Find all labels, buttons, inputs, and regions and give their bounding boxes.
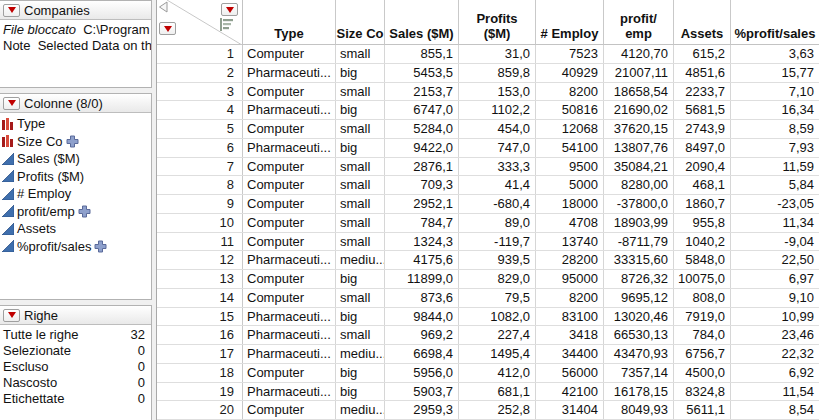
table-cell[interactable]: 83100 bbox=[536, 308, 604, 326]
table-cell[interactable]: 11,54 bbox=[731, 383, 819, 401]
table-cell[interactable]: big bbox=[336, 64, 385, 82]
table-cell[interactable]: -37800,0 bbox=[604, 195, 674, 213]
table-cell[interactable]: 79,5 bbox=[459, 289, 536, 307]
table-cell[interactable]: 4708 bbox=[536, 214, 604, 232]
table-cell[interactable]: 227,4 bbox=[459, 326, 536, 344]
table-cell[interactable]: 412,0 bbox=[459, 364, 536, 382]
table-cell[interactable]: 1102,2 bbox=[459, 101, 536, 119]
table-cell[interactable]: 22,50 bbox=[731, 251, 819, 269]
table-cell[interactable]: 8049,93 bbox=[604, 401, 674, 419]
table-cell[interactable]: small bbox=[336, 120, 385, 138]
table-cell[interactable]: 21007,11 bbox=[604, 64, 674, 82]
table-cell[interactable]: 709,3 bbox=[385, 176, 459, 194]
table-cell[interactable]: 252,8 bbox=[459, 401, 536, 419]
table-cell[interactable]: Computer bbox=[243, 195, 336, 213]
table-cell[interactable]: big bbox=[336, 270, 385, 288]
table-cell[interactable]: big bbox=[336, 308, 385, 326]
table-cell[interactable]: 37620,15 bbox=[604, 120, 674, 138]
table-cell[interactable]: Computer bbox=[243, 120, 336, 138]
table-cell[interactable]: Pharmaceuti... bbox=[243, 251, 336, 269]
table-cell[interactable]: 1860,7 bbox=[674, 195, 731, 213]
table-cell[interactable]: mediu... bbox=[336, 345, 385, 363]
table-cell[interactable]: 16178,15 bbox=[604, 383, 674, 401]
table-cell[interactable]: small bbox=[336, 45, 385, 63]
formula-icon[interactable] bbox=[78, 205, 91, 218]
table-cell[interactable]: 5000 bbox=[536, 176, 604, 194]
table-cell[interactable]: Pharmaceuti... bbox=[243, 308, 336, 326]
table-cell[interactable]: 4500,0 bbox=[674, 364, 731, 382]
table-cell[interactable]: 855,1 bbox=[385, 45, 459, 63]
table-cell[interactable]: 2959,3 bbox=[385, 401, 459, 419]
table-cell[interactable]: 5848,0 bbox=[674, 251, 731, 269]
row-number[interactable]: 7 bbox=[157, 158, 243, 176]
table-cell[interactable]: 5284,0 bbox=[385, 120, 459, 138]
column-list-item[interactable]: Type bbox=[2, 115, 151, 133]
table-cell[interactable]: 7,93 bbox=[731, 139, 819, 157]
table-cell[interactable]: Computer bbox=[243, 158, 336, 176]
table-cell[interactable]: 33315,60 bbox=[604, 251, 674, 269]
row-number[interactable]: 10 bbox=[157, 214, 243, 232]
table-cell[interactable]: 9695,12 bbox=[604, 289, 674, 307]
table-cell[interactable]: Computer bbox=[243, 270, 336, 288]
row-number[interactable]: 8 bbox=[157, 176, 243, 194]
table-cell[interactable]: 18658,54 bbox=[604, 83, 674, 101]
table-cell[interactable]: 6,92 bbox=[731, 364, 819, 382]
table-cell[interactable]: 4175,6 bbox=[385, 251, 459, 269]
row-number[interactable]: 20 bbox=[157, 401, 243, 419]
table-cell[interactable]: 9,10 bbox=[731, 289, 819, 307]
table-cell[interactable]: 9500 bbox=[536, 158, 604, 176]
table-cell[interactable]: 8200 bbox=[536, 83, 604, 101]
table-cell[interactable]: 4120,70 bbox=[604, 45, 674, 63]
table-cell[interactable]: 31404 bbox=[536, 401, 604, 419]
table-cell[interactable]: 333,3 bbox=[459, 158, 536, 176]
table-cell[interactable]: Computer bbox=[243, 83, 336, 101]
table-cell[interactable]: 9422,0 bbox=[385, 139, 459, 157]
table-cell[interactable]: 22,32 bbox=[731, 345, 819, 363]
table-cell[interactable]: 9844,0 bbox=[385, 308, 459, 326]
table-cell[interactable]: 11899,0 bbox=[385, 270, 459, 288]
table-cell[interactable]: 7,10 bbox=[731, 83, 819, 101]
row-number[interactable]: 16 bbox=[157, 326, 243, 344]
table-cell[interactable]: 2233,7 bbox=[674, 83, 731, 101]
table-cell[interactable]: mediu... bbox=[336, 401, 385, 419]
row-number[interactable]: 19 bbox=[157, 383, 243, 401]
table-cell[interactable]: small bbox=[336, 289, 385, 307]
grid-columns-menu-button[interactable] bbox=[221, 3, 238, 16]
table-cell[interactable]: 7523 bbox=[536, 45, 604, 63]
table-cell[interactable]: Pharmaceuti... bbox=[243, 383, 336, 401]
table-cell[interactable]: 7919,0 bbox=[674, 308, 731, 326]
collapse-sidebar-icon[interactable] bbox=[158, 1, 168, 16]
table-cell[interactable]: Pharmaceuti... bbox=[243, 101, 336, 119]
table-cell[interactable]: 5681,5 bbox=[674, 101, 731, 119]
table-cell[interactable]: 873,6 bbox=[385, 289, 459, 307]
table-cell[interactable]: 18903,99 bbox=[604, 214, 674, 232]
table-cell[interactable]: 42100 bbox=[536, 383, 604, 401]
formula-icon[interactable] bbox=[66, 135, 79, 148]
table-cell[interactable]: 2952,1 bbox=[385, 195, 459, 213]
table-cell[interactable]: 56000 bbox=[536, 364, 604, 382]
row-number[interactable]: 4 bbox=[157, 101, 243, 119]
table-cell[interactable]: 859,8 bbox=[459, 64, 536, 82]
table-cell[interactable]: 6747,0 bbox=[385, 101, 459, 119]
row-number[interactable]: 13 bbox=[157, 270, 243, 288]
table-cell[interactable]: -680,4 bbox=[459, 195, 536, 213]
table-cell[interactable]: big bbox=[336, 383, 385, 401]
table-cell[interactable]: 2743,9 bbox=[674, 120, 731, 138]
table-cell[interactable]: 12068 bbox=[536, 120, 604, 138]
table-cell[interactable]: small bbox=[336, 158, 385, 176]
table-cell[interactable]: Computer bbox=[243, 176, 336, 194]
table-cell[interactable]: 153,0 bbox=[459, 83, 536, 101]
table-cell[interactable]: 468,1 bbox=[674, 176, 731, 194]
table-cell[interactable]: mediu... bbox=[336, 251, 385, 269]
table-cell[interactable]: 95000 bbox=[536, 270, 604, 288]
column-header[interactable]: Size Co bbox=[336, 0, 385, 45]
table-cell[interactable]: 1324,3 bbox=[385, 233, 459, 251]
table-cell[interactable]: 7357,14 bbox=[604, 364, 674, 382]
table-cell[interactable]: 784,7 bbox=[385, 214, 459, 232]
table-cell[interactable]: small bbox=[336, 233, 385, 251]
table-cell[interactable]: 5611,1 bbox=[674, 401, 731, 419]
table-cell[interactable]: 6698,4 bbox=[385, 345, 459, 363]
table-cell[interactable]: Computer bbox=[243, 401, 336, 419]
table-cell[interactable]: 2153,7 bbox=[385, 83, 459, 101]
row-number[interactable]: 2 bbox=[157, 64, 243, 82]
